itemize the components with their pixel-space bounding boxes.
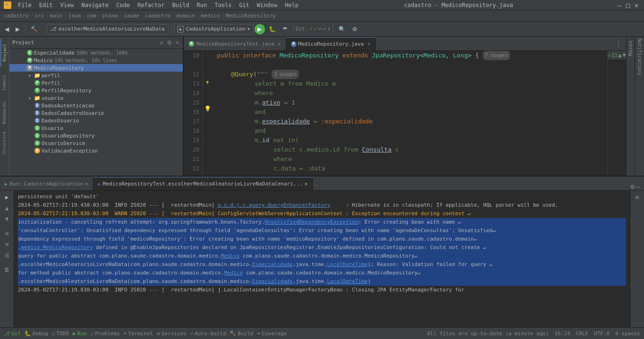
run-filter-icon[interactable]: ≡: [2, 240, 12, 249]
run-clear-icon[interactable]: 🗑: [2, 265, 12, 274]
crumb-src[interactable]: src: [35, 13, 44, 19]
run-print-icon[interactable]: 🖨: [2, 250, 12, 260]
tree-item-perfil[interactable]: P Perfil: [9, 79, 183, 87]
bottom-tab-run-close[interactable]: ×: [85, 181, 88, 187]
run-button[interactable]: ▶: [255, 24, 265, 34]
tree-item-especialidade[interactable]: E Especialidade 100% methods, 100%: [9, 49, 183, 56]
coverage-button[interactable]: ☂: [280, 23, 290, 35]
bottom-tab-test-close[interactable]: ×: [305, 181, 308, 187]
settings-button[interactable]: ⚙: [349, 23, 360, 35]
bottom-tab-test[interactable]: ▶ MedicoRepositoryTest.escolherMedicoAle…: [93, 177, 313, 190]
run-config-dropdown[interactable]: ▶ CadastroApplication ▾: [174, 24, 253, 34]
bulb-icon[interactable]: 💡: [204, 105, 211, 112]
crumb-saude[interactable]: saude: [124, 13, 140, 19]
tree-item-usuario-folder[interactable]: ▾ 📁 usuario: [9, 94, 183, 102]
crumb-cadastro[interactable]: cadastro: [4, 13, 29, 19]
console-output[interactable]: persistence unit 'default' 2024-05-02T17…: [14, 191, 630, 339]
console-link-6[interactable]: LocalDateTime: [327, 261, 368, 267]
crumb-domain[interactable]: domain: [176, 13, 195, 19]
sidebar-item-project[interactable]: Project: [0, 39, 8, 67]
crumb-medico-repo[interactable]: MedicoRepository: [226, 13, 276, 19]
status-coverage[interactable]: ☂ Coverage: [257, 331, 287, 337]
tree-item-medico[interactable]: M Medico 14% methods, 34% lines: [9, 56, 183, 64]
checks-expand-up[interactable]: ▲: [618, 52, 621, 58]
project-panel-close[interactable]: ×: [175, 39, 180, 47]
sidebar-item-structure[interactable]: Structure: [0, 129, 8, 157]
maven-label[interactable]: Maven: [627, 40, 634, 56]
sidebar-item-commit[interactable]: Commit: [0, 69, 8, 97]
checks-expand-down[interactable]: ▼: [623, 52, 626, 58]
tree-item-perfil-folder[interactable]: ▾ 📁 perfil: [9, 72, 183, 79]
run-right-icon-1[interactable]: ⊞: [633, 193, 642, 202]
bottom-panel-settings-icon[interactable]: ⚙: [630, 183, 634, 190]
toolbar-back-button[interactable]: ◀: [2, 23, 12, 35]
tree-item-usuariorepository[interactable]: U UsuarioRepository: [9, 132, 183, 139]
tree-item-dadosusuario[interactable]: D DadosUsuario: [9, 117, 183, 124]
tree-item-dadosautenticacao[interactable]: D DadosAutenticacao: [9, 102, 183, 109]
tree-item-dadoscadastrousuario[interactable]: D DadosCadastroUsuario: [9, 109, 183, 117]
code-content[interactable]: public interface MedicoRepository extend…: [212, 51, 607, 176]
crumb-main[interactable]: main: [50, 13, 63, 19]
bottom-panel-minimize-icon[interactable]: —: [636, 183, 640, 190]
status-debug[interactable]: 🐛 Debug: [25, 331, 48, 337]
tab-medicorepositorytest[interactable]: M MedicoRepositoryTest.java ×: [184, 37, 286, 50]
debug-button[interactable]: 🐛: [266, 23, 279, 35]
tree-item-usuario[interactable]: U Usuario: [9, 124, 183, 132]
close-button[interactable]: ✕: [633, 1, 640, 9]
tree-item-medicorepository[interactable]: M MedicoRepository: [9, 64, 183, 72]
crumb-plano[interactable]: plano: [102, 13, 118, 19]
menu-run[interactable]: Run: [194, 0, 210, 10]
console-link-2[interactable]: UnsatisfiedDependencyException: [264, 219, 358, 225]
menu-view[interactable]: View: [58, 0, 77, 10]
console-link-8[interactable]: Especialidade: [252, 278, 293, 284]
maven-panel[interactable]: Maven: [626, 37, 635, 176]
tabs-more-button[interactable]: ⋮: [611, 37, 626, 50]
status-git[interactable]: ⎇ Git: [4, 331, 21, 337]
bottom-tab-run[interactable]: ▶ Run: CadastroApplication ×: [0, 177, 93, 190]
sidebar-item-bookmarks[interactable]: Bookmarks: [0, 99, 8, 127]
tab-close-repo[interactable]: ×: [368, 41, 371, 47]
tree-item-validacaoexception[interactable]: V ValidacaoException: [9, 147, 183, 154]
status-build[interactable]: 🔨 Build: [230, 331, 253, 337]
tree-item-usuarioservice[interactable]: U UsuarioService: [9, 139, 183, 147]
menu-edit[interactable]: Edit: [36, 0, 56, 10]
status-run[interactable]: ▶ Run: [73, 331, 87, 337]
status-autobuild[interactable]: ⚡ Auto-build: [190, 331, 226, 337]
toolbar-forward-button[interactable]: ▶: [13, 23, 23, 35]
minimize-button[interactable]: —: [616, 1, 623, 9]
console-link-5[interactable]: Especialidade: [252, 261, 293, 267]
tab-medicorepository[interactable]: M MedicoRepository.java ×: [286, 37, 376, 50]
status-problems[interactable]: ⚠ Problems: [91, 331, 120, 337]
menu-refactor[interactable]: Refactor: [134, 0, 167, 10]
notifications-label[interactable]: Notifications: [637, 39, 642, 75]
console-link-3[interactable]: medico.MedicoRepository: [21, 244, 93, 250]
crumb-medico[interactable]: medico: [201, 13, 220, 19]
git-branch-selector[interactable]: ⎇ escolherMedicoAleatorioLivreNaData: [46, 24, 169, 34]
tab-close-test[interactable]: ×: [278, 41, 281, 47]
toolbar-build-button[interactable]: 🔨: [28, 23, 41, 35]
menu-code[interactable]: Code: [114, 0, 133, 10]
project-panel-settings[interactable]: ⚙: [166, 39, 173, 47]
menu-git[interactable]: Git: [236, 0, 252, 10]
crumb-cadastro2[interactable]: cadastro: [145, 13, 170, 19]
console-link-9[interactable]: LocalDateTime: [327, 278, 368, 284]
menu-window[interactable]: Window: [254, 0, 280, 10]
console-link-7[interactable]: Medico: [224, 270, 243, 276]
maximize-button[interactable]: □: [624, 1, 632, 9]
search-button[interactable]: 🔍: [336, 23, 348, 35]
menu-help[interactable]: Help: [282, 0, 301, 10]
status-terminal[interactable]: ⌨ Terminal: [124, 331, 153, 337]
console-link-1[interactable]: o.s.d.j.r.query.QueryEnhancerFactory: [218, 202, 330, 208]
tree-item-perfilrepository[interactable]: P PerfilRepository: [9, 87, 183, 94]
menu-tools[interactable]: Tools: [212, 0, 234, 10]
console-link-4[interactable]: Medico: [221, 253, 239, 259]
status-todo[interactable]: ☑ TODO: [52, 331, 69, 337]
run-scroll-up[interactable]: ▲: [2, 203, 12, 213]
status-services[interactable]: ⚙ Services: [157, 331, 187, 337]
crumb-java[interactable]: java: [68, 13, 81, 19]
menu-navigate[interactable]: Navigate: [79, 0, 112, 10]
run-settings-icon[interactable]: ⚙: [2, 229, 12, 238]
menu-file[interactable]: File: [15, 0, 34, 10]
project-panel-collapse[interactable]: ≡: [159, 39, 164, 47]
run-play-button[interactable]: ▶: [2, 193, 12, 202]
